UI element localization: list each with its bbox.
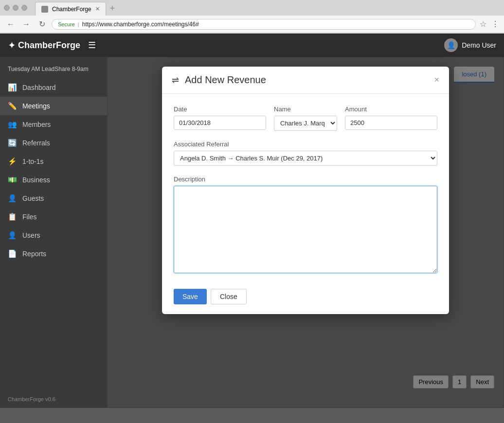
sidebar-item-business[interactable]: 💵 Business bbox=[0, 171, 107, 189]
sidebar-version: ChamberForge v0.6 bbox=[0, 390, 107, 408]
guests-icon: 👤 bbox=[8, 194, 17, 203]
bookmark-icon[interactable]: ☆ bbox=[480, 19, 486, 29]
amount-input[interactable] bbox=[345, 116, 437, 130]
close-btn[interactable] bbox=[21, 5, 27, 11]
close-button[interactable]: Close bbox=[211, 289, 247, 304]
tab-label: ChamberForge bbox=[52, 6, 91, 13]
form-group-amount: Amount bbox=[345, 106, 437, 131]
sidebar-item-reports[interactable]: 📄 Reports bbox=[0, 245, 107, 263]
modal-close-button[interactable]: × bbox=[434, 75, 439, 85]
description-label: Description bbox=[174, 176, 437, 183]
tab-bar: ChamberForge ✕ + bbox=[31, 0, 123, 16]
sidebar-item-meetings[interactable]: ✏️ Meetings bbox=[0, 97, 107, 115]
files-icon: 📋 bbox=[8, 212, 17, 221]
forward-button[interactable]: → bbox=[20, 20, 32, 29]
form-group-date: Date bbox=[174, 106, 266, 131]
modal-body: Date Name Charles J. Marqu bbox=[162, 94, 449, 283]
main-area: Tuesday AM LeadShare 8-9am 📊 Dashboard ✏… bbox=[0, 57, 504, 408]
date-input[interactable] bbox=[174, 116, 266, 130]
members-icon: 👥 bbox=[8, 120, 17, 129]
minimize-btn[interactable] bbox=[4, 5, 10, 11]
app-container: ✦ ChamberForge ☰ 👤 Demo User Tuesday AM … bbox=[0, 34, 504, 408]
referrals-icon: 🔄 bbox=[8, 139, 17, 147]
url-bar[interactable]: Secure | https://www.chamberforge.com/me… bbox=[52, 19, 476, 30]
active-tab[interactable]: ChamberForge ✕ bbox=[35, 2, 106, 16]
back-button[interactable]: ← bbox=[5, 20, 17, 29]
description-textarea[interactable] bbox=[174, 186, 437, 273]
sidebar-label-users: Users bbox=[22, 231, 40, 239]
user-label: Demo User bbox=[462, 41, 496, 49]
form-group-referral: Associated Referral Angela D. Smith → Ch… bbox=[174, 141, 437, 166]
sidebar-item-members[interactable]: 👥 Members bbox=[0, 115, 107, 134]
content-area: losed (1) Previous 1 Next ⇌ Add New Reve… bbox=[107, 57, 504, 408]
form-group-description: Description bbox=[174, 176, 437, 273]
modal-title-icon: ⇌ bbox=[172, 75, 179, 86]
sidebar-label-referrals: Referrals bbox=[22, 139, 50, 147]
reports-icon: 📄 bbox=[8, 249, 17, 258]
sidebar-label-business: Business bbox=[22, 176, 50, 184]
sidebar-item-1to1s[interactable]: ⚡ 1-to-1s bbox=[0, 152, 107, 171]
sidebar-top: Tuesday AM LeadShare 8-9am 📊 Dashboard ✏… bbox=[0, 57, 107, 268]
form-row-top: Date Name Charles J. Marqu bbox=[174, 106, 437, 131]
sidebar-item-users[interactable]: 👤 Users bbox=[0, 226, 107, 245]
date-label: Date bbox=[174, 106, 266, 113]
name-label: Name bbox=[274, 106, 337, 113]
referral-select[interactable]: Angela D. Smith → Charles S. Muir (Dec 2… bbox=[174, 151, 437, 166]
browser-chrome: ChamberForge ✕ + ← → ↻ Secure | https://… bbox=[0, 0, 504, 34]
modal-title-area: ⇌ Add New Revenue bbox=[172, 74, 266, 86]
maximize-btn[interactable] bbox=[13, 5, 18, 11]
sidebar-item-referrals[interactable]: 🔄 Referrals bbox=[0, 134, 107, 152]
header-user: 👤 Demo User bbox=[444, 38, 496, 52]
add-revenue-modal: ⇌ Add New Revenue × Date Name bbox=[162, 67, 449, 314]
sidebar: Tuesday AM LeadShare 8-9am 📊 Dashboard ✏… bbox=[0, 57, 107, 408]
referral-label: Associated Referral bbox=[174, 141, 437, 148]
sidebar-label-guests: Guests bbox=[22, 194, 44, 202]
sidebar-label-reports: Reports bbox=[22, 250, 46, 258]
sidebar-item-files[interactable]: 📋 Files bbox=[0, 208, 107, 226]
modal-header: ⇌ Add New Revenue × bbox=[162, 67, 449, 94]
sidebar-label-members: Members bbox=[22, 121, 51, 128]
tab-favicon bbox=[41, 6, 48, 13]
1to1s-icon: ⚡ bbox=[8, 157, 17, 166]
url-text: https://www.chamberforge.com/meetings/46… bbox=[82, 21, 199, 28]
window-controls bbox=[4, 5, 27, 11]
name-select[interactable]: Charles J. Marqu bbox=[274, 116, 337, 130]
amount-label: Amount bbox=[345, 106, 437, 113]
sidebar-label-1to1s: 1-to-1s bbox=[22, 158, 44, 165]
sidebar-label-meetings: Meetings bbox=[22, 102, 50, 110]
form-group-name: Name Charles J. Marqu bbox=[274, 106, 337, 131]
users-icon: 👤 bbox=[8, 231, 17, 240]
browser-menu-icon[interactable]: ⋮ bbox=[491, 19, 499, 29]
hamburger-icon[interactable]: ☰ bbox=[88, 40, 96, 51]
titlebar: ChamberForge ✕ + bbox=[0, 0, 504, 16]
sidebar-meeting-title: Tuesday AM LeadShare 8-9am bbox=[0, 62, 107, 78]
sidebar-item-dashboard[interactable]: 📊 Dashboard bbox=[0, 78, 107, 97]
browser-action-buttons: ☆ ⋮ bbox=[480, 19, 499, 29]
sidebar-label-files: Files bbox=[22, 213, 37, 221]
refresh-button[interactable]: ↻ bbox=[36, 19, 48, 29]
secure-badge: Secure bbox=[58, 21, 75, 27]
modal-title: Add New Revenue bbox=[185, 74, 266, 86]
modal-footer: Save Close bbox=[162, 283, 449, 314]
tab-close-icon[interactable]: ✕ bbox=[95, 6, 100, 12]
address-bar: ← → ↻ Secure | https://www.chamberforge.… bbox=[0, 16, 504, 33]
save-button[interactable]: Save bbox=[174, 289, 207, 304]
business-icon: 💵 bbox=[8, 176, 17, 184]
dashboard-icon: 📊 bbox=[8, 83, 17, 92]
avatar: 👤 bbox=[444, 38, 458, 52]
logo-icon: ✦ bbox=[8, 39, 16, 51]
new-tab-button[interactable]: + bbox=[106, 1, 119, 16]
meetings-icon: ✏️ bbox=[8, 102, 17, 110]
app-header: ✦ ChamberForge ☰ 👤 Demo User bbox=[0, 34, 504, 57]
sidebar-item-guests[interactable]: 👤 Guests bbox=[0, 189, 107, 208]
modal-overlay: ⇌ Add New Revenue × Date Name bbox=[107, 57, 504, 408]
app-logo: ChamberForge bbox=[18, 40, 80, 51]
name-select-wrapper: Charles J. Marqu bbox=[274, 116, 337, 131]
sidebar-label-dashboard: Dashboard bbox=[22, 84, 56, 91]
